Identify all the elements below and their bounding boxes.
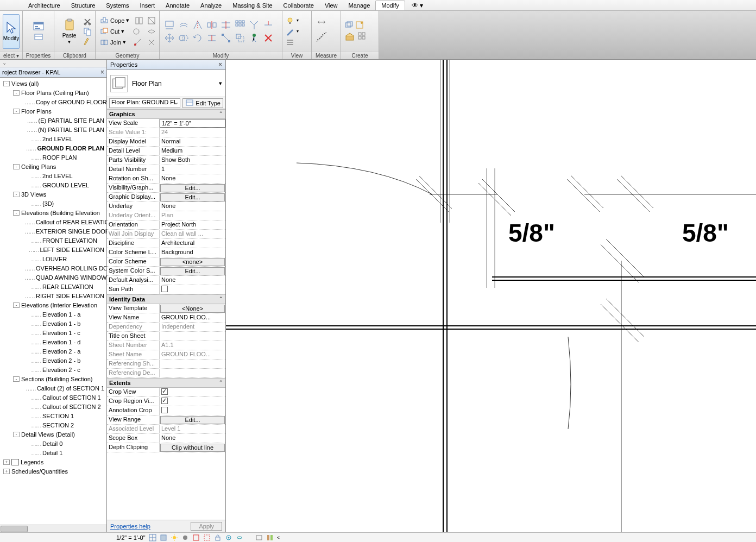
worksharing-icon[interactable] — [255, 534, 263, 541]
rotate-icon[interactable] — [192, 33, 203, 43]
property-value[interactable]: 1/2" = 1'-0" — [160, 119, 225, 128]
checkbox[interactable] — [161, 286, 168, 292]
tree-item[interactable]: -Detail Views (Detail) — [1, 430, 106, 439]
property-edit-button[interactable]: Edit... — [160, 193, 225, 201]
menu-collaborate[interactable]: Collaborate — [278, 1, 319, 10]
property-row[interactable]: System Color S...Edit... — [107, 267, 225, 276]
tree-item[interactable]: ……Elevation 1 - d — [1, 337, 106, 346]
property-value[interactable]: Background — [160, 248, 225, 257]
property-edit-button[interactable]: Clip without line — [160, 444, 225, 452]
property-row[interactable]: Color Scheme L...Background — [107, 248, 225, 257]
tree-item[interactable]: ……2nd LEVEL — [1, 171, 106, 180]
expand-icon[interactable]: - — [13, 210, 20, 216]
tree-item[interactable]: +Schedules/Quantities — [1, 467, 106, 476]
drawing-canvas[interactable]: 5/8" 5/8" 4" 5/8" 4" 5/8" — [226, 60, 756, 532]
offset-icon[interactable] — [178, 20, 189, 30]
property-row[interactable]: Associated LevelLevel 1 — [107, 425, 225, 434]
panel-select-label[interactable]: elect ▾ — [0, 52, 22, 59]
scale-display[interactable]: 1/2" = 1'-0" — [116, 534, 146, 541]
property-value[interactable]: Edit... — [160, 184, 225, 192]
property-value[interactable] — [160, 388, 225, 396]
property-value[interactable] — [160, 406, 225, 415]
tree-item[interactable]: -Ceiling Plans — [1, 162, 106, 171]
expand-icon[interactable]: + — [3, 459, 10, 465]
lightbulb-icon[interactable] — [286, 16, 294, 25]
checkbox[interactable] — [161, 388, 168, 395]
menu-analyze[interactable]: Analyze — [195, 1, 227, 10]
create-parts-icon[interactable] — [357, 31, 366, 40]
tree-item[interactable]: ……Callout of SECTION 1 — [1, 393, 106, 402]
property-row[interactable]: Sheet NumberA1.1 — [107, 341, 225, 350]
tree-item[interactable]: ……Elevation 2 - c — [1, 365, 106, 374]
menu-annotate[interactable]: Annotate — [160, 1, 195, 10]
expand-icon[interactable]: - — [13, 164, 20, 169]
property-row[interactable]: DependencyIndependent — [107, 323, 225, 332]
design-options-icon[interactable] — [266, 534, 274, 541]
create-assembly-icon[interactable] — [344, 31, 355, 42]
property-row[interactable]: UnderlayNone — [107, 202, 225, 211]
property-row[interactable]: Detail LevelMedium — [107, 147, 225, 156]
tree-item[interactable]: ……Detail 1 — [1, 448, 106, 457]
shadows-icon[interactable] — [181, 534, 189, 541]
view-drop2-icon[interactable]: ▾ — [297, 29, 299, 34]
paste-dropdown-icon[interactable]: ▼ — [67, 40, 72, 45]
tree-item[interactable]: ……REAR ELEVATION — [1, 282, 106, 291]
geom-tool2-icon[interactable] — [147, 16, 156, 25]
tree-item[interactable]: ……OVERHEAD ROLLING DOO — [1, 263, 106, 273]
property-value[interactable]: None — [160, 434, 225, 443]
tree-item[interactable]: -Elevations (Building Elevation — [1, 208, 106, 217]
property-value[interactable]: Architectural — [160, 239, 225, 248]
mirror-axis-icon[interactable] — [192, 20, 203, 30]
property-value[interactable]: Medium — [160, 147, 225, 155]
tree-item[interactable]: ……LOUVER — [1, 254, 106, 263]
tree-item[interactable]: ……LEFT SIDE ELEVATION — [1, 245, 106, 254]
property-row[interactable]: Detail Number1 — [107, 165, 225, 174]
property-row[interactable]: View RangeEdit... — [107, 415, 225, 425]
tree-item[interactable]: ……GROUND LEVEL — [1, 180, 106, 190]
expand-icon[interactable]: - — [13, 90, 20, 96]
type-selector[interactable]: Floor Plan ▾ — [107, 70, 225, 97]
geom-tool5-icon[interactable] — [133, 38, 142, 47]
cut-icon[interactable] — [83, 17, 92, 26]
property-row[interactable]: Scope BoxNone — [107, 434, 225, 443]
measure-align-icon[interactable] — [317, 20, 326, 28]
property-row[interactable]: Sheet NameGROUND FLOO... — [107, 350, 225, 360]
properties-button[interactable] — [26, 14, 51, 49]
tree-item[interactable]: -Floor Plans (Ceiling Plan) — [1, 88, 106, 97]
property-value[interactable]: 1 — [160, 165, 225, 174]
property-row[interactable]: Crop Region Vi... — [107, 397, 225, 406]
property-row[interactable]: Wall Join DisplayClean all wall ... — [107, 230, 225, 239]
apply-button[interactable]: Apply — [191, 522, 222, 531]
property-row[interactable]: Sun Path — [107, 285, 225, 294]
cope-button[interactable]: Cope ▾ — [99, 16, 130, 25]
expand-icon[interactable]: - — [3, 81, 10, 86]
menu-massing-site[interactable]: Massing & Site — [227, 1, 278, 10]
tree-item[interactable]: ……SECTION 2 — [1, 420, 106, 430]
property-value[interactable]: GROUND FLOO... — [160, 313, 225, 322]
mirror-draw-icon[interactable] — [206, 20, 217, 30]
menu-modify[interactable]: Modify — [375, 1, 405, 10]
chevron-down-icon[interactable]: ▾ — [219, 80, 222, 87]
property-value[interactable]: Clip without line — [160, 443, 225, 452]
sun-path-icon[interactable] — [171, 534, 178, 541]
tree-item[interactable]: -Elevations (Interior Elevation — [1, 300, 106, 310]
tree-item[interactable]: ……ROOF PLAN — [1, 153, 106, 162]
expand-icon[interactable]: - — [13, 192, 20, 197]
property-row[interactable]: Crop View — [107, 388, 225, 397]
property-row[interactable]: Visibility/Graph...Edit... — [107, 184, 225, 193]
property-edit-button[interactable]: Edit... — [160, 184, 225, 192]
visibility-toggle-icon[interactable]: 👁 ▾ — [412, 2, 423, 9]
tree-item[interactable]: ……RIGHT SIDE ELEVATION — [1, 291, 106, 300]
property-value[interactable]: <none> — [160, 257, 225, 266]
measure-icon[interactable] — [315, 30, 328, 43]
property-value[interactable]: None — [160, 276, 225, 285]
cut-geom-button[interactable]: Cut ▾ — [99, 27, 125, 36]
close-icon[interactable]: × — [218, 61, 222, 68]
visual-style-icon[interactable] — [160, 534, 167, 541]
tree-item[interactable]: ……Elevation 1 - c — [1, 328, 106, 337]
split-gap-icon[interactable] — [220, 33, 231, 43]
create-group-icon[interactable] — [355, 21, 364, 29]
property-value[interactable] — [160, 397, 225, 406]
menu-architecture[interactable]: Architecture — [23, 1, 66, 10]
expand-icon[interactable]: - — [13, 302, 20, 308]
